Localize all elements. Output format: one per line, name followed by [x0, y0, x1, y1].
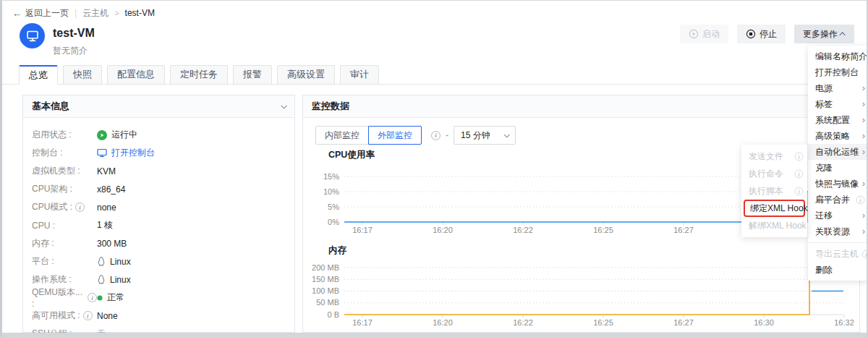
menu-item-delete[interactable]: 删除 — [808, 262, 868, 278]
x-axis-label: 16:32 — [834, 318, 854, 327]
cpu-arch-label: CPU架构 : — [32, 183, 97, 195]
menu-item-automation-ops[interactable]: 自动化运维› — [808, 144, 868, 160]
menu-item-send-file: 发送文件i — [741, 148, 807, 165]
arrow-right-icon: › — [862, 223, 865, 239]
x-axis-label: 16:30 — [754, 318, 774, 327]
menu-item-label: 标签 — [815, 96, 861, 112]
back-link[interactable]: ← 返回上一页 — [12, 7, 69, 20]
arrow-right-icon: › — [862, 144, 865, 160]
page-title: test-VM — [53, 27, 95, 40]
menu-item-label: 系统配置 — [815, 112, 861, 128]
info-icon[interactable]: i — [856, 195, 865, 204]
menu-item-label: 高级策略 — [815, 128, 861, 144]
horizontal-scrollbar[interactable] — [2, 333, 867, 336]
monitor-info-icon[interactable]: i — [431, 131, 441, 140]
info-icon[interactable]: i — [795, 187, 804, 195]
tab-config-info[interactable]: 配置信息 — [107, 65, 165, 85]
os-label: 操作系统 : — [32, 273, 97, 286]
stop-icon — [746, 29, 756, 39]
basic-info-header: 基本信息 — [23, 95, 294, 118]
menu-item-system-config[interactable]: 系统配置› — [808, 112, 868, 128]
menu-item-snapshot-image[interactable]: 快照与镜像› — [808, 176, 868, 192]
internal-monitor-button[interactable]: 内部监控 — [315, 126, 369, 145]
tab-snapshot[interactable]: 快照 — [63, 65, 102, 85]
breadcrumb-root[interactable]: 云主机 — [82, 7, 109, 20]
more-actions-button[interactable]: 更多操作 — [794, 25, 854, 43]
x-axis-label: 16:27 — [673, 226, 694, 234]
menu-item-tags[interactable]: 标签› — [808, 96, 868, 112]
cpu-chart-title: CPU使用率 — [328, 149, 375, 161]
menu-item-power[interactable]: 电源› — [808, 80, 868, 96]
series-memory-used — [344, 260, 809, 315]
info-row-platform: 平台 :Linux — [23, 252, 294, 270]
x-axis-label: 16:22 — [513, 226, 533, 234]
menu-item-label: 编辑名称简介 — [815, 48, 867, 64]
cpu-label: CPU : — [32, 221, 97, 231]
basic-info-rows: 启用状态 :运行中控制台 :打开控制台虚拟机类型 :KVMCPU架构 :x86_… — [23, 118, 294, 337]
tab-scheduled-task[interactable]: 定时任务 — [170, 65, 228, 85]
chevron-down-icon[interactable] — [281, 103, 286, 108]
stop-button[interactable]: 停止 — [737, 25, 786, 43]
chevron-down-icon — [503, 132, 509, 137]
breadcrumb-separator-icon: > — [114, 9, 119, 17]
back-label: 返回上一页 — [25, 7, 69, 20]
y-axis-label: 200 MB — [312, 263, 339, 272]
menu-item-label: 关联资源 — [815, 223, 861, 239]
y-axis-label: 0% — [328, 218, 339, 226]
menu-item-migrate[interactable]: 迁移› — [808, 208, 868, 223]
tab-overview[interactable]: 总览 — [19, 65, 58, 85]
info-icon[interactable]: i — [862, 249, 868, 258]
arrow-right-icon: › — [862, 128, 865, 144]
info-row-cpu-mode: CPU模式 :inone — [23, 198, 294, 216]
x-axis-label: 16:25 — [593, 226, 613, 234]
menu-divider — [808, 242, 868, 243]
menu-item-label: 迁移 — [815, 208, 861, 223]
info-row-cpu: CPU :1 核 — [23, 216, 294, 234]
info-row-status: 启用状态 :运行中 — [23, 126, 294, 144]
tab-alarm[interactable]: 报警 — [233, 65, 272, 85]
menu-item-clone[interactable]: 克隆 — [808, 160, 868, 176]
monitor-title: 监控数据 — [312, 95, 349, 117]
memory-chart-svg: 0 B50 MB100 MB150 MB200 MB16:1716:2016:2… — [303, 257, 861, 337]
time-range-value: 15 分钟 — [461, 129, 490, 142]
menu-item-label: 发送文件 — [749, 148, 791, 165]
tab-audit[interactable]: 审计 — [340, 65, 379, 85]
info-icon[interactable]: i — [75, 202, 85, 212]
menu-item-label: 扁平合并 — [815, 192, 853, 208]
basic-info-panel: 基本信息 启用状态 :运行中控制台 :打开控制台虚拟机类型 :KVMCPU架构 … — [22, 95, 295, 333]
tab-advanced-settings[interactable]: 高级设置 — [277, 65, 335, 85]
info-icon[interactable]: i — [83, 311, 93, 320]
breadcrumb-current: test-VM — [125, 8, 155, 18]
cpu-mode-label: CPU模式 :i — [32, 201, 97, 213]
cpu-arch-value: x86_64 — [97, 184, 125, 195]
breadcrumb-divider: | — [75, 8, 77, 18]
info-icon[interactable]: i — [795, 169, 804, 178]
info-icon[interactable]: i — [88, 293, 97, 302]
automation-ops-submenu: 发送文件i执行命令i执行脚本i绑定XML Hook解绑XML Hook — [741, 145, 807, 237]
menu-item-flatten-merge[interactable]: 扁平合并i — [808, 192, 868, 208]
vm-type-label: 虚拟机类型 : — [32, 165, 97, 177]
ha-mode-label: 高可用模式 :i — [32, 310, 97, 322]
memory-chart-title: 内存 — [328, 244, 346, 257]
menu-item-bind-xml-hook[interactable]: 绑定XML Hook — [744, 200, 805, 217]
time-range-select[interactable]: 15 分钟 — [454, 126, 516, 145]
external-monitor-button[interactable]: 外部监控 — [368, 126, 422, 145]
menu-item-label: 电源 — [815, 80, 861, 96]
arrow-right-icon: › — [862, 208, 865, 223]
info-icon[interactable]: i — [795, 152, 804, 161]
menu-item-advanced-policy[interactable]: 高级策略› — [808, 128, 868, 144]
page-subtitle: 暂无简介 — [53, 45, 88, 57]
qemu-version-value: 正常 — [97, 291, 124, 304]
range-dash: - — [446, 130, 448, 140]
menu-item-related-resources[interactable]: 关联资源› — [808, 223, 868, 239]
menu-item-label: 删除 — [815, 262, 865, 278]
menu-item-edit-name[interactable]: 编辑名称简介 — [808, 48, 868, 64]
menu-item-open-console[interactable]: 打开控制台 — [808, 64, 868, 80]
console-value[interactable]: 打开控制台 — [97, 147, 155, 159]
arrow-right-icon: › — [862, 176, 865, 192]
platform-label: 平台 : — [32, 255, 97, 268]
y-axis-label: 10% — [323, 187, 339, 196]
y-axis-label: 5% — [328, 202, 339, 211]
status-value: 运行中 — [97, 129, 137, 141]
vm-avatar — [20, 23, 45, 48]
